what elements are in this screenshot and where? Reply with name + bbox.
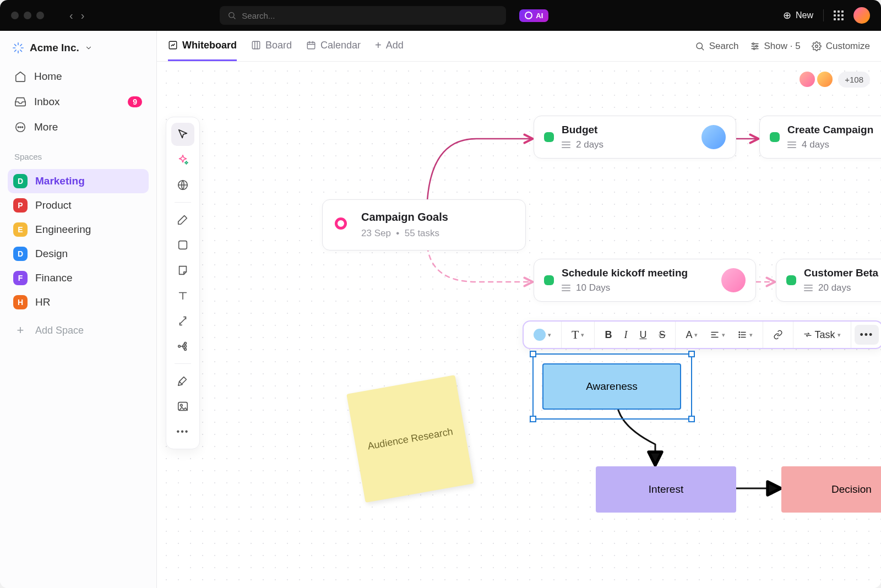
- shape-decision[interactable]: Decision: [781, 466, 881, 513]
- app-window: ‹ › Search... AI ⊕ New Acme Inc.: [0, 0, 881, 588]
- divider: [823, 9, 824, 21]
- ai-icon: [525, 12, 532, 19]
- card-budget[interactable]: Budget 2 days: [534, 116, 736, 159]
- window-controls[interactable]: [11, 12, 44, 19]
- collaborator-avatar[interactable]: [816, 70, 834, 88]
- svg-point-21: [739, 332, 740, 333]
- sticky-note[interactable]: Audience Research: [346, 375, 474, 503]
- card-campaign-goals[interactable]: Campaign Goals 23 Sep • 55 tasks: [322, 199, 526, 251]
- user-avatar[interactable]: [853, 7, 870, 24]
- sidebar-space-marketing[interactable]: DMarketing: [8, 169, 149, 193]
- fmt-convert-task[interactable]: Task▾: [799, 326, 845, 344]
- magic-icon: [177, 375, 189, 387]
- titlebar: ‹ › Search... AI ⊕ New: [0, 0, 881, 31]
- collaborator-avatar[interactable]: [798, 70, 816, 88]
- toolbar-show[interactable]: Show · 5: [750, 41, 801, 52]
- add-space-button[interactable]: + Add Space: [8, 317, 149, 344]
- card-customer-beta[interactable]: Customer Beta 20 days: [776, 259, 881, 302]
- toolbar-search[interactable]: Search: [695, 41, 739, 52]
- card-create-campaign[interactable]: Create Campaign 4 days: [759, 116, 881, 159]
- whiteboard-canvas[interactable]: +108 •••: [157, 62, 881, 588]
- tool-connector[interactable]: [171, 309, 194, 333]
- tool-image[interactable]: [171, 395, 194, 418]
- sidebar-space-finance[interactable]: FFinance: [8, 266, 149, 290]
- svg-point-11: [753, 48, 755, 50]
- status-dot: [770, 132, 780, 142]
- tool-web[interactable]: [171, 173, 194, 197]
- tool-ai[interactable]: [171, 148, 194, 171]
- fmt-strike[interactable]: S: [654, 326, 670, 344]
- space-badge: D: [13, 174, 28, 188]
- view-tabs: Whiteboard Board Calendar + Add: [157, 31, 881, 62]
- toolbar-customize[interactable]: Customize: [812, 41, 870, 52]
- tab-whiteboard[interactable]: Whiteboard: [168, 31, 237, 61]
- status-dot: [786, 275, 796, 285]
- global-search[interactable]: Search...: [220, 6, 506, 25]
- fmt-align[interactable]: ▾: [705, 326, 730, 343]
- ellipsis-icon: •••: [860, 329, 874, 341]
- fmt-text-color[interactable]: A▾: [681, 326, 702, 344]
- space-badge: P: [13, 198, 28, 213]
- content-area: Whiteboard Board Calendar + Add: [157, 31, 881, 588]
- tool-mindmap[interactable]: [171, 335, 194, 358]
- status-dot: [544, 275, 554, 285]
- image-icon: [177, 400, 189, 412]
- workspace-switcher[interactable]: Acme Inc.: [8, 39, 149, 63]
- tool-magic[interactable]: [171, 369, 194, 393]
- collaborator-more[interactable]: +108: [838, 72, 870, 88]
- svg-rect-14: [179, 241, 187, 249]
- fmt-link[interactable]: [769, 326, 787, 343]
- mindmap-icon: [177, 340, 189, 352]
- sparkle-icon: [177, 154, 189, 166]
- status-ring-icon: [335, 217, 347, 230]
- ai-button[interactable]: AI: [519, 9, 548, 22]
- space-badge: H: [13, 295, 28, 309]
- apps-grid-icon[interactable]: [834, 10, 844, 20]
- list-icon: [562, 141, 570, 148]
- tool-sticky[interactable]: [171, 259, 194, 282]
- tool-select[interactable]: [171, 123, 194, 146]
- svg-point-3: [20, 127, 21, 128]
- cursor-icon: [177, 128, 189, 140]
- fmt-more[interactable]: •••: [855, 325, 879, 345]
- tab-calendar[interactable]: Calendar: [306, 31, 361, 61]
- assignee-avatar[interactable]: [701, 125, 726, 149]
- tool-shape[interactable]: [171, 233, 194, 257]
- space-badge: D: [13, 247, 28, 261]
- nav-home[interactable]: Home: [8, 65, 149, 88]
- fmt-underline[interactable]: U: [635, 326, 651, 344]
- tab-add[interactable]: + Add: [375, 31, 404, 61]
- fmt-font[interactable]: T▾: [567, 324, 589, 345]
- space-label: Product: [35, 199, 71, 211]
- sidebar-space-product[interactable]: PProduct: [8, 193, 149, 217]
- new-button[interactable]: ⊕ New: [783, 9, 813, 21]
- chevron-down-icon: [85, 44, 93, 52]
- assignee-avatar[interactable]: [721, 268, 746, 292]
- text-icon: [177, 290, 189, 302]
- fmt-italic[interactable]: I: [619, 326, 632, 344]
- shape-awareness[interactable]: Awareness: [542, 363, 681, 410]
- connector-icon: [177, 315, 189, 327]
- svg-point-4: [22, 127, 23, 128]
- fmt-bold[interactable]: B: [600, 326, 616, 344]
- shape-interest[interactable]: Interest: [596, 466, 736, 513]
- plus-icon: +: [13, 323, 28, 337]
- sidebar-space-design[interactable]: DDesign: [8, 242, 149, 266]
- fmt-list[interactable]: ▾: [733, 326, 757, 343]
- card-kickoff[interactable]: Schedule kickoff meeting 10 Days: [534, 259, 756, 302]
- tool-text[interactable]: [171, 284, 194, 307]
- tab-board[interactable]: Board: [251, 31, 292, 61]
- space-label: HR: [35, 296, 50, 308]
- sidebar: Acme Inc. Home Inbox 9 More Spaces DMark…: [0, 31, 157, 588]
- nav-inbox[interactable]: Inbox 9: [8, 90, 149, 113]
- tool-more[interactable]: •••: [171, 420, 194, 443]
- sidebar-space-engineering[interactable]: EEngineering: [8, 217, 149, 242]
- nav-more[interactable]: More: [8, 116, 149, 139]
- tool-pen[interactable]: [171, 208, 194, 231]
- list-icon: [737, 330, 747, 340]
- svg-point-2: [18, 127, 19, 128]
- forward-button[interactable]: ›: [81, 9, 85, 22]
- fmt-fill-color[interactable]: ▾: [529, 325, 556, 344]
- back-button[interactable]: ‹: [69, 9, 73, 22]
- sidebar-space-hr[interactable]: HHR: [8, 290, 149, 314]
